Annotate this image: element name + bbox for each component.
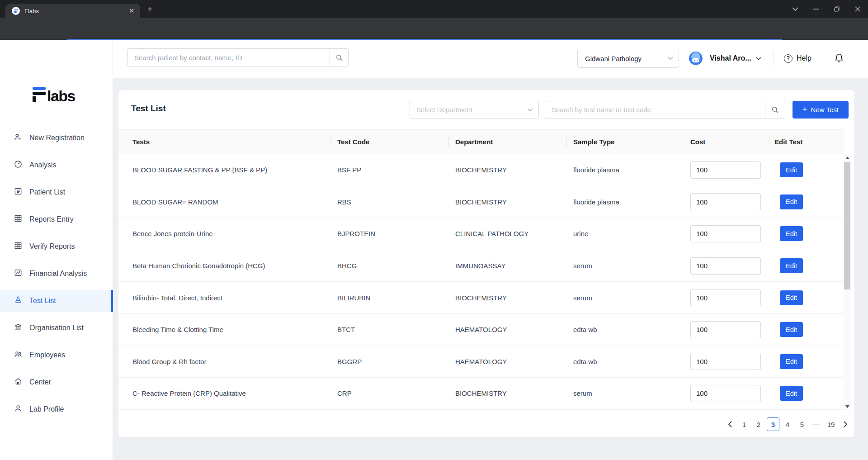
edit-button[interactable]: Edit [780, 194, 803, 209]
sidebar-item-center[interactable]: Center [0, 371, 113, 393]
sidebar-item-verify-reports[interactable]: Verify Reports [0, 236, 113, 257]
patient-search-button[interactable] [330, 48, 349, 66]
sidebar-item-label: Test List [29, 297, 56, 305]
test-search [545, 101, 785, 119]
pagination-next-icon[interactable] [839, 417, 852, 431]
sidebar-item-new-registration[interactable]: New Registration [0, 127, 113, 149]
assistant-avatar[interactable] [689, 52, 703, 65]
edit-button[interactable]: Edit [780, 386, 803, 401]
department-filter-placeholder: Select Department [416, 106, 528, 114]
new-test-button[interactable]: + New Test [793, 101, 849, 119]
sidebar-item-label: New Registration [29, 134, 85, 142]
sidebar-nav: New Registration Analysis Patient List R… [0, 127, 113, 426]
cost-input[interactable] [690, 225, 761, 242]
pagination-page[interactable]: 2 [752, 417, 765, 431]
cell-edit: Edit [769, 258, 844, 273]
scroll-down-icon[interactable] [844, 403, 851, 410]
cell-edit: Edit [769, 322, 844, 337]
pagination-page[interactable]: 3 [767, 417, 779, 431]
edit-button[interactable]: Edit [780, 290, 803, 305]
cost-input[interactable] [690, 257, 761, 275]
lab-selector-dropdown[interactable]: Gidwani Pathology [577, 49, 679, 68]
test-search-button[interactable] [765, 101, 785, 119]
pagination-page[interactable]: 19 [825, 417, 837, 431]
sidebar: labs New Registration Analysis Patient L… [0, 40, 113, 460]
chart-icon [14, 268, 23, 279]
tab-search-chevron-icon[interactable] [785, 0, 806, 18]
patient-search [127, 48, 349, 66]
help-label: Help [797, 54, 811, 62]
table-row: Blood Group & Rh factor BGGRP HAEMATOLOG… [118, 346, 844, 378]
sidebar-item-financial-analysis[interactable]: Financial Analysis [0, 263, 113, 285]
cell-edit: Edit [769, 290, 844, 305]
patient-search-input[interactable] [127, 48, 330, 66]
pagination-prev-icon[interactable] [723, 417, 736, 431]
help-button[interactable]: ? Help [784, 50, 811, 67]
sidebar-item-label: Center [29, 378, 51, 386]
sidebar-item-reports-entry[interactable]: Reports Entry [0, 209, 113, 230]
cell-test-name: C- Reactive Protein (CRP) Qualitative [118, 389, 330, 397]
cell-sample-type: edta wb [566, 326, 685, 333]
pagination-page[interactable]: 4 [781, 417, 794, 431]
cell-cost [685, 385, 769, 402]
sidebar-item-employees[interactable]: Employees [0, 344, 113, 366]
window-restore-button[interactable] [826, 0, 847, 18]
cell-sample-type: serum [566, 294, 685, 302]
scroll-up-icon[interactable] [844, 154, 851, 161]
department-filter-dropdown[interactable]: Select Department [410, 101, 539, 119]
sidebar-item-organisation-list[interactable]: Organisation List [0, 317, 113, 339]
plus-icon: + [802, 105, 807, 114]
cell-test-name: Bence Jones protein-Urine [118, 230, 330, 237]
table-row: C- Reactive Protein (CRP) Qualitative CR… [118, 378, 844, 410]
flabs-favicon-icon [12, 7, 20, 15]
sidebar-item-test-list[interactable]: Test List [0, 290, 113, 312]
chevron-down-icon [667, 57, 673, 60]
pagination-page[interactable]: 5 [796, 417, 808, 431]
home-icon [14, 377, 23, 388]
user-name: Vishal Aro... [710, 54, 751, 62]
cost-input[interactable] [690, 353, 761, 370]
column-header-edit-test: Edit Test [769, 138, 844, 146]
user-menu[interactable]: Vishal Aro... [710, 50, 761, 67]
scrollbar-thumb[interactable] [844, 162, 850, 289]
cost-input[interactable] [690, 385, 761, 402]
flabs-logo: labs [33, 87, 75, 103]
header-divider [773, 51, 774, 66]
edit-button[interactable]: Edit [780, 258, 803, 273]
cell-edit: Edit [769, 194, 844, 209]
edit-button[interactable]: Edit [780, 226, 803, 241]
test-search-input[interactable] [545, 101, 765, 119]
edit-button[interactable]: Edit [780, 322, 803, 337]
cell-test-code: BHCG [330, 262, 448, 270]
cell-test-code: BJPROTEIN [330, 230, 448, 237]
edit-button[interactable]: Edit [780, 162, 803, 177]
cell-department: IMMUNOASSAY [448, 262, 566, 270]
table-scrollbar[interactable] [844, 154, 851, 410]
sidebar-item-lab-profile[interactable]: Lab Profile [0, 398, 113, 420]
tab-close-icon[interactable]: ✕ [127, 7, 136, 15]
edit-button[interactable]: Edit [780, 354, 803, 369]
browser-tab[interactable]: Flabs ✕ [5, 4, 140, 18]
sidebar-item-patient-list[interactable]: Patient List [0, 181, 113, 203]
cost-input[interactable] [690, 161, 761, 179]
column-header-department: Department [448, 138, 566, 146]
cell-cost [685, 289, 769, 306]
table-row: Bilirubin- Total, Direct, Indirect BILIR… [118, 282, 844, 314]
window-close-button[interactable] [847, 0, 868, 18]
pagination-page[interactable]: 1 [738, 417, 750, 431]
pagination-page[interactable]: ••• [810, 417, 823, 431]
pagination: 12345•••19 [723, 416, 852, 432]
cell-cost [685, 321, 769, 338]
cost-input[interactable] [690, 289, 761, 306]
cell-sample-type: fluoride plasma [566, 198, 685, 206]
new-tab-button[interactable]: + [147, 5, 152, 13]
sidebar-item-analysis[interactable]: Analysis [0, 154, 113, 176]
notifications-bell-icon[interactable] [834, 53, 844, 66]
window-minimize-button[interactable] [806, 0, 826, 18]
question-circle-icon: ? [784, 54, 793, 63]
cell-test-name: Bilirubin- Total, Direct, Indirect [118, 294, 330, 302]
cell-edit: Edit [769, 354, 844, 369]
cost-input[interactable] [690, 193, 761, 210]
cost-input[interactable] [690, 321, 761, 338]
cell-test-name: BLOOD SUGAR FASTING & PP (BSF & PP) [118, 166, 330, 174]
